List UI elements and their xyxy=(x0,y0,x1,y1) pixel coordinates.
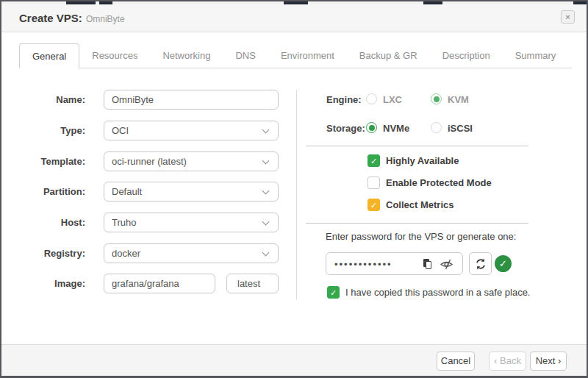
regenerate-password-button[interactable] xyxy=(469,252,492,275)
section-divider xyxy=(306,146,528,146)
password-input[interactable]: •••••••••••• xyxy=(326,252,463,275)
refresh-icon xyxy=(474,257,487,271)
registry-label: Registry: xyxy=(19,243,85,263)
tab-dns[interactable]: DNS xyxy=(223,43,268,68)
tab-bar: General Resources Networking DNS Environ… xyxy=(19,43,572,68)
registry-row: Registry: docker xyxy=(19,243,284,263)
chevron-down-icon xyxy=(262,157,270,165)
back-button[interactable]: ‹ Back xyxy=(489,352,526,371)
highly-available-label[interactable]: Highly Available xyxy=(386,155,459,166)
password-valid-icon: ✓ xyxy=(495,255,512,272)
password-label: Enter password for the VPS or generate o… xyxy=(326,231,516,242)
engine-label: Engine: xyxy=(326,94,362,105)
highly-available-checkbox[interactable]: ✓ xyxy=(368,154,380,167)
tab-networking[interactable]: Networking xyxy=(150,43,223,68)
dialog-footer: Cancel ‹ Back Next › xyxy=(1,344,587,376)
chevron-down-icon xyxy=(262,126,270,134)
chevron-down-icon xyxy=(262,249,270,257)
name-label: Name: xyxy=(19,90,85,110)
image-row: Image: grafana/grafana latest xyxy=(19,274,284,293)
tab-backup-gr[interactable]: Backup & GR xyxy=(347,43,430,68)
dialog-subtitle: OmniByte xyxy=(86,14,125,24)
engine-lxc-radio[interactable] xyxy=(366,93,377,104)
partition-select[interactable]: Default xyxy=(104,182,279,202)
storage-nvme-option-label[interactable]: NVMe xyxy=(383,123,409,134)
image-label: Image: xyxy=(19,274,85,293)
collect-metrics-label[interactable]: Collect Metrics xyxy=(386,199,453,210)
chevron-down-icon xyxy=(262,188,270,195)
dialog-title: Create VPS:OmniByte xyxy=(19,12,125,24)
type-select-value: OCI xyxy=(112,125,129,136)
cancel-button[interactable]: Cancel xyxy=(437,352,475,371)
registry-select[interactable]: docker xyxy=(104,243,279,263)
section-divider xyxy=(306,223,528,224)
tab-general[interactable]: General xyxy=(19,43,79,68)
collect-metrics-checkbox[interactable]: ✓ xyxy=(368,199,380,211)
image-tag-input[interactable]: latest xyxy=(226,274,279,293)
copy-icon[interactable] xyxy=(423,259,433,269)
tab-summary[interactable]: Summary xyxy=(503,43,569,68)
next-button[interactable]: Next › xyxy=(530,352,567,371)
partition-row: Partition: Default xyxy=(19,182,284,202)
partition-label: Partition: xyxy=(19,182,85,202)
dialog-header: Create VPS:OmniByte × xyxy=(1,4,587,32)
type-row: Type: OCI xyxy=(19,121,284,140)
name-row: Name: OmniByte xyxy=(19,90,284,110)
password-copied-checkbox[interactable]: ✓ xyxy=(327,286,340,299)
engine-lxc-option-label[interactable]: LXC xyxy=(383,94,402,105)
column-divider xyxy=(296,90,297,299)
image-input[interactable]: grafana/grafana xyxy=(104,274,215,293)
type-select[interactable]: OCI xyxy=(104,121,279,140)
close-icon[interactable]: × xyxy=(561,10,575,24)
template-row: Template: oci-runner (latest) xyxy=(19,151,284,171)
enable-protected-mode-checkbox[interactable] xyxy=(368,176,380,189)
partition-select-value: Default xyxy=(112,186,142,197)
password-masked-value: •••••••••••• xyxy=(334,259,392,270)
host-row: Host: Truho xyxy=(19,213,284,232)
storage-label: Storage: xyxy=(326,123,365,134)
engine-kvm-option-label[interactable]: KVM xyxy=(448,94,469,105)
host-select-value: Truho xyxy=(112,217,136,228)
name-input[interactable]: OmniByte xyxy=(104,90,279,110)
enable-protected-mode-label[interactable]: Enable Protected Mode xyxy=(386,177,492,188)
tab-resources[interactable]: Resources xyxy=(79,43,150,68)
create-vps-dialog: Create VPS:OmniByte × General Resources … xyxy=(0,0,588,378)
dialog-title-text: Create VPS: xyxy=(19,12,82,24)
storage-iscsi-option-label[interactable]: iSCSI xyxy=(448,123,473,134)
tab-description[interactable]: Description xyxy=(430,43,503,68)
template-select[interactable]: oci-runner (latest) xyxy=(104,151,279,171)
password-copied-label[interactable]: I have copied this password in a safe pl… xyxy=(345,287,530,298)
template-select-value: oci-runner (latest) xyxy=(112,156,187,167)
template-label: Template: xyxy=(19,151,85,171)
type-label: Type: xyxy=(19,121,85,140)
chevron-down-icon xyxy=(262,218,270,226)
registry-select-value: docker xyxy=(112,248,140,259)
host-label: Host: xyxy=(19,213,85,232)
engine-kvm-radio[interactable] xyxy=(431,93,442,104)
tab-environment[interactable]: Environment xyxy=(268,43,347,68)
host-select[interactable]: Truho xyxy=(104,213,279,232)
storage-iscsi-radio[interactable] xyxy=(431,122,442,133)
eye-slash-icon[interactable] xyxy=(440,258,453,271)
storage-nvme-radio[interactable] xyxy=(366,122,377,133)
